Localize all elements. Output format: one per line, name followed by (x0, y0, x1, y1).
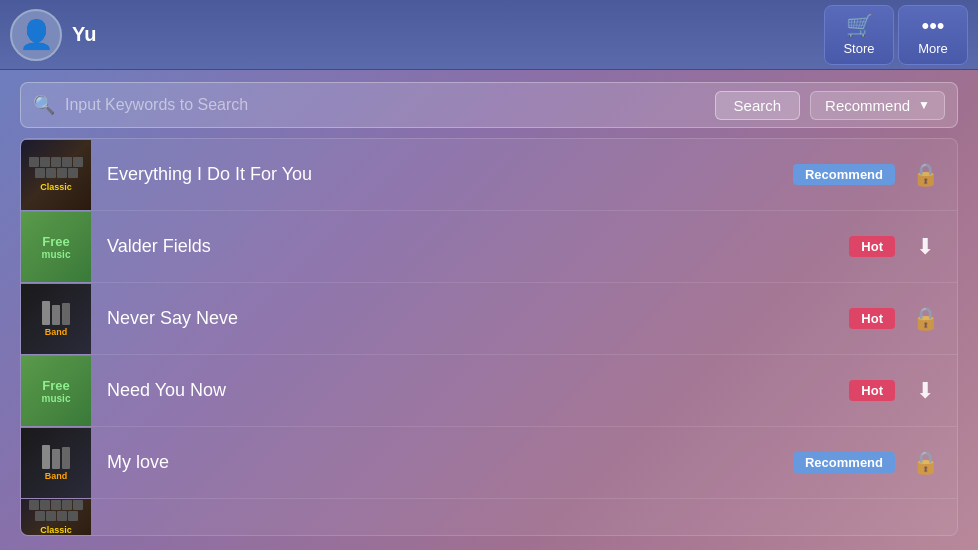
download-icon: ⬇ (909, 231, 941, 263)
song-thumbnail: Free music (21, 356, 91, 426)
song-thumbnail: Classic (21, 499, 91, 535)
songs-list: Classic Everything I Do It For You Recom… (20, 138, 958, 536)
lock-icon: 🔒 (909, 447, 941, 479)
song-row[interactable]: Free music Need You Now Hot ⬇ (21, 355, 957, 427)
store-label: Store (843, 41, 874, 56)
avatar: 👤 (10, 9, 62, 61)
header-actions: 🛒 Store ••• More (824, 5, 968, 65)
song-thumbnail: Band (21, 428, 91, 498)
more-icon: ••• (921, 13, 944, 39)
store-button[interactable]: 🛒 Store (824, 5, 894, 65)
song-row[interactable]: Band Never Say Neve Hot 🔒 (21, 283, 957, 355)
header: 👤 Yu 🛒 Store ••• More (0, 0, 978, 70)
recommend-dropdown[interactable]: Recommend ▼ (810, 91, 945, 120)
user-icon: 👤 (19, 18, 54, 51)
lock-icon: 🔒 (909, 159, 941, 191)
song-title: My love (107, 452, 793, 473)
song-badge: Recommend (793, 164, 895, 185)
main-content: 🔍 Search Recommend ▼ Classic Everything … (0, 70, 978, 548)
song-badge: Hot (849, 236, 895, 257)
search-icon: 🔍 (33, 94, 55, 116)
song-thumbnail: Free music (21, 212, 91, 282)
song-title: Everything I Do It For You (107, 164, 793, 185)
lock-icon: 🔒 (909, 303, 941, 335)
download-icon: ⬇ (909, 375, 941, 407)
user-name: Yu (72, 23, 824, 46)
more-label: More (918, 41, 948, 56)
song-thumbnail: Classic (21, 140, 91, 210)
song-row[interactable]: Classic Everything I Do It For You Recom… (21, 139, 957, 211)
search-button[interactable]: Search (715, 91, 801, 120)
store-icon: 🛒 (846, 13, 873, 39)
song-title: Never Say Neve (107, 308, 849, 329)
song-row[interactable]: Free music Valder Fields Hot ⬇ (21, 211, 957, 283)
song-thumbnail: Band (21, 284, 91, 354)
song-row[interactable]: Classic (21, 499, 957, 535)
search-input[interactable] (65, 96, 705, 114)
song-title: Valder Fields (107, 236, 849, 257)
more-button[interactable]: ••• More (898, 5, 968, 65)
song-title: Need You Now (107, 380, 849, 401)
song-badge: Recommend (793, 452, 895, 473)
song-badge: Hot (849, 380, 895, 401)
song-row[interactable]: Band My love Recommend 🔒 (21, 427, 957, 499)
dropdown-label: Recommend (825, 97, 910, 114)
chevron-down-icon: ▼ (918, 98, 930, 112)
song-badge: Hot (849, 308, 895, 329)
search-bar: 🔍 Search Recommend ▼ (20, 82, 958, 128)
